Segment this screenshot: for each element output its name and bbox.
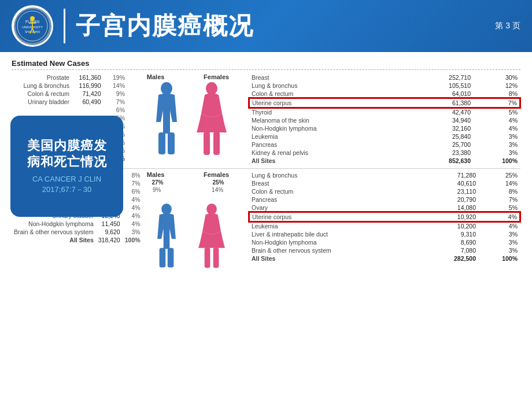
cancer-pct: 7% [473, 98, 520, 108]
cancer-count: 10,920 [423, 212, 478, 221]
cancer-pct: 3% [473, 141, 520, 149]
top-human-figures [146, 82, 231, 157]
overlay-cn-text: 美国内膜癌发 病和死亡情况 [27, 138, 107, 171]
cancer-name: Colon & rectum [12, 90, 72, 98]
cancer-count: 11,450 [96, 220, 123, 228]
cancer-count: 20,790 [423, 195, 478, 204]
cancer-count [72, 106, 104, 114]
svg-rect-15 [213, 132, 220, 155]
females-deaths-table: Lung & bronchus 71,280 25% Breast 40,610… [249, 171, 520, 263]
table-row: Lung & bronchus 71,280 25% [249, 171, 520, 179]
cancer-name: Melanoma of the skin [249, 116, 411, 124]
table-row: Uterine corpus 61,380 7% [249, 98, 520, 108]
table-row: All Sites 282,500 100% [249, 254, 520, 263]
table-row: Breast 252,710 30% [249, 73, 520, 82]
cancer-count: 23,110 [423, 187, 478, 195]
cancer-count: 64,010 [411, 90, 473, 98]
cancer-name: Lung & bronchus [249, 82, 411, 90]
table-row: Uterine corpus 10,920 4% [249, 212, 520, 221]
cancer-name: Prostate [12, 73, 72, 82]
table-row: Non-Hodgkin lymphoma 11,450 4% [12, 220, 143, 228]
male-top-pct1: 27% [152, 179, 163, 186]
table-row: Kidney & renal pelvis 23,380 3% [249, 149, 520, 157]
females-label: Females [204, 73, 229, 80]
cancer-pct: 3% [478, 238, 520, 246]
table-row: Thyroid 42,470 5% [249, 108, 520, 116]
cancer-count: 9,310 [423, 230, 478, 238]
cancer-pct: 100% [473, 157, 520, 165]
svg-point-13 [206, 82, 217, 95]
cancer-pct: 6% [104, 106, 127, 114]
cancer-name: Leukemia [249, 221, 423, 230]
table-row: Leukemia 25,840 3% [249, 132, 520, 141]
cancer-name: All Sites [249, 254, 423, 263]
table-row: Liver & intrahepatic bile duct 9,310 3% [249, 230, 520, 238]
section-title-new-cases: Estimated New Cases [12, 59, 520, 70]
table-row: Melanoma of the skin 34,940 4% [249, 116, 520, 124]
cancer-name: Non-Hodgkin lymphoma [249, 238, 423, 246]
cancer-name [12, 106, 72, 114]
cancer-count: 116,990 [72, 82, 104, 90]
table-row: Urinary bladder 60,490 7% [12, 98, 127, 106]
cancer-name: Colon & rectum [249, 187, 423, 195]
female-top-pct2: 14% [212, 187, 223, 193]
cancer-name: Thyroid [249, 108, 411, 116]
table-row: Breast 40,610 14% [249, 179, 520, 187]
cancer-name: Uterine corpus [249, 212, 423, 221]
cancer-pct: 3% [473, 149, 520, 157]
cancer-pct: 8% [478, 187, 520, 195]
table-row: Leukemia 10,200 4% [249, 221, 520, 230]
header-title: 子宫内膜癌概况 [76, 10, 254, 42]
cancer-name: Kidney & renal pelvis [249, 149, 411, 157]
table-row: Colon & rectum 23,110 8% [249, 187, 520, 195]
cancer-name: Pancreas [249, 141, 411, 149]
cancer-count: 9,620 [96, 228, 123, 236]
table-row: 6% [12, 106, 127, 114]
cancer-name: Lung & bronchus [12, 82, 72, 90]
cancer-count: 34,940 [411, 116, 473, 124]
logo: FUDAN UNIVERSITY SHANGHAI [12, 5, 53, 47]
table-row: Brain & other nervous system 9,620 3% [12, 228, 143, 236]
table-row: Colon & rectum 64,010 8% [249, 90, 520, 98]
table-row: Non-Hodgkin lymphoma 8,690 3% [249, 238, 520, 246]
cancer-name: Brain & other nervous system [249, 246, 423, 254]
cancer-count: 25,700 [411, 141, 473, 149]
bottom-male-figure [146, 203, 187, 269]
males-label: Males [147, 73, 165, 80]
svg-point-10 [161, 82, 172, 95]
cancer-count: 10,200 [423, 221, 478, 230]
cancer-pct: 14% [104, 82, 127, 90]
svg-rect-21 [213, 247, 219, 268]
cancer-name: Colon & rectum [249, 90, 411, 98]
svg-point-19 [206, 204, 217, 215]
bottom-figures-header: Males Females [127, 171, 249, 178]
female-figure [193, 82, 231, 157]
cancer-name: Breast [249, 73, 411, 82]
svg-rect-20 [204, 247, 210, 268]
cancer-name: Lung & bronchus [249, 171, 423, 179]
cancer-count: 40,610 [423, 179, 478, 187]
cancer-count: 161,360 [72, 73, 104, 82]
top-figures-header: Males Females [127, 73, 249, 80]
cancer-name: Ovary [249, 204, 423, 212]
bottom-females-label: Females [204, 171, 229, 178]
table-row: All Sites 852,630 100% [249, 157, 520, 165]
svg-point-5 [30, 16, 35, 21]
overlay-en-text: CA CANCER J CLIN 2017;67:7－30 [32, 174, 101, 195]
cancer-name: Urinary bladder [12, 98, 72, 106]
bottom-males-label: Males [147, 171, 165, 178]
cancer-name: Uterine corpus [249, 98, 411, 108]
bottom-human-figures [146, 194, 231, 269]
svg-rect-11 [158, 132, 165, 154]
table-row: Prostate 161,360 19% [12, 73, 127, 82]
cancer-count: 852,630 [411, 157, 473, 165]
cancer-count: 42,470 [411, 108, 473, 116]
table-row: Lung & bronchus 105,510 12% [249, 82, 520, 90]
header: FUDAN UNIVERSITY SHANGHAI 子宫内膜癌概况 第 3 页 [0, 0, 532, 52]
cancer-name: Non-Hodgkin lymphoma [249, 124, 411, 132]
cancer-pct: 4% [478, 221, 520, 230]
cancer-name: Leukemia [249, 132, 411, 141]
cancer-name: Non-Hodgkin lymphoma [12, 220, 96, 228]
cancer-name: All Sites [249, 157, 411, 165]
cancer-count: 318,420 [96, 236, 123, 244]
